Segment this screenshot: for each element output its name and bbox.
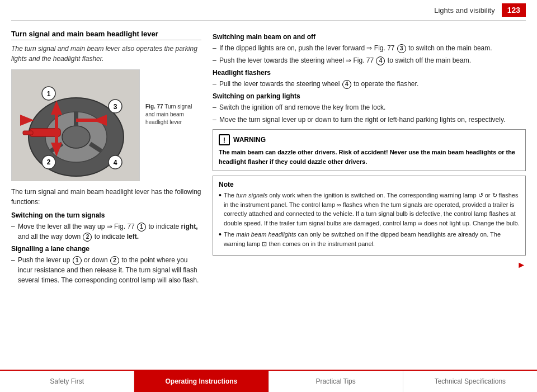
circle-4a: 4 — [376, 56, 385, 65]
svg-point-3 — [62, 126, 90, 148]
footer-item-safety[interactable]: Safety First — [0, 371, 134, 392]
steering-diagram: 2 1 3 4 — [12, 70, 140, 181]
switching-bullet: Move the lever all the way up ⇒ Fig. 77 … — [11, 221, 201, 242]
svg-text:3: 3 — [114, 103, 117, 111]
continue-arrow: ► — [213, 260, 526, 270]
main-content: Turn signal and main beam headlight leve… — [0, 21, 537, 361]
parking-title: Switching on parking lights — [213, 92, 526, 100]
switching-title: Switching on the turn signals — [11, 211, 201, 219]
page-number: 123 — [502, 3, 526, 17]
warning-header: ! WARNING — [219, 134, 520, 145]
footer-item-operating[interactable]: Operating Instructions — [134, 371, 268, 392]
car-image: 2 1 3 4 B5P-0576 — [11, 69, 140, 181]
circle-4b: 4 — [342, 80, 351, 89]
circle-3a: 3 — [397, 44, 406, 53]
footer-item-practical[interactable]: Practical Tips — [269, 371, 403, 392]
note-bullet-2: • The main beam headlights can only be s… — [219, 230, 520, 248]
bullet-dot-1: • — [219, 191, 222, 228]
signalling-title: Signalling a lane change — [11, 245, 201, 253]
circle-1b: 1 — [73, 256, 82, 265]
fig-caption: Fig. 77 Turn signal and main beam headli… — [145, 103, 201, 126]
svg-text:2: 2 — [47, 158, 51, 166]
header-title: Lights and visibility — [434, 6, 494, 15]
svg-text:4: 4 — [114, 159, 117, 167]
body-text: The turn signal and main beam headlight … — [11, 187, 201, 207]
section-subtitle: The turn signal and main beam lever also… — [11, 44, 201, 64]
footer-bar: Safety First Operating Instructions Prac… — [0, 370, 537, 392]
warning-label: WARNING — [233, 136, 266, 144]
note-bullet-1: • The turn signals only work when the ig… — [219, 191, 520, 228]
flashers-title: Headlight flashers — [213, 69, 526, 77]
left-column: Turn signal and main beam headlight leve… — [11, 30, 201, 356]
svg-text:1: 1 — [47, 90, 51, 98]
footer-item-technical[interactable]: Technical Specifications — [403, 371, 537, 392]
warning-icon: ! — [219, 134, 230, 145]
main-beam-bullet1: If the dipped lights are on, push the le… — [213, 43, 526, 53]
svg-rect-8 — [23, 131, 33, 135]
warning-text: The main beam can dazzle other drivers. … — [219, 148, 520, 166]
signalling-bullet: Push the lever up 1 or down 2 to the poi… — [11, 255, 201, 285]
parking-bullet2: Move the turn signal lever up or down to… — [213, 115, 526, 125]
header-bar: Lights and visibility 123 — [11, 0, 526, 21]
circle-1: 1 — [137, 223, 146, 232]
note-text-2: The main beam headlights can only be swi… — [224, 230, 520, 248]
section-title: Turn signal and main beam headlight leve… — [11, 30, 201, 40]
warning-box: ! WARNING The main beam can dazzle other… — [213, 129, 526, 171]
circle-2b: 2 — [110, 256, 119, 265]
note-header: Note — [219, 181, 520, 188]
flashers-bullet: Pull the lever towards the steering whee… — [213, 79, 526, 89]
note-box: Note • The turn signals only work when t… — [213, 176, 526, 256]
svg-rect-14 — [76, 119, 107, 122]
main-beam-title: Switching main beam on and off — [213, 33, 526, 41]
figure-container: 2 1 3 4 B5P-0576 Fig. 77 Turn signal and… — [11, 69, 201, 181]
circle-2: 2 — [83, 233, 92, 242]
right-column: Switching main beam on and off If the di… — [213, 30, 526, 356]
bullet-dot-2: • — [219, 230, 222, 248]
fig-label: Fig. 77 — [145, 103, 163, 110]
main-beam-bullet2: Push the lever towards the steering whee… — [213, 55, 526, 65]
svg-rect-12 — [55, 126, 58, 143]
parking-bullet1: Switch the ignition off and remove the k… — [213, 102, 526, 112]
note-text-1: The turn signals only work when the igni… — [224, 191, 520, 228]
